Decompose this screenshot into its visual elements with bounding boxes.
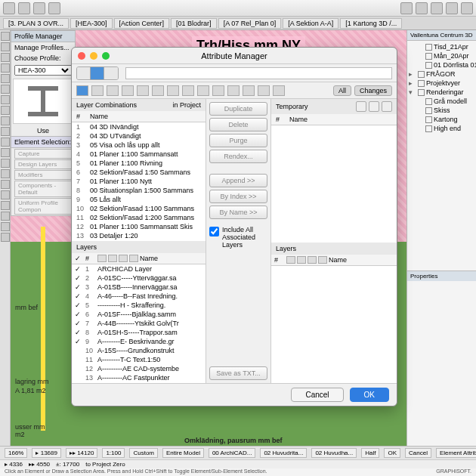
tool-icon[interactable] [431, 2, 443, 14]
col-name[interactable]: Name [329, 256, 347, 264]
layer-list[interactable]: ✓1ARCHICAD Layer✓2A-01SC-----Ytterväggar… [72, 264, 206, 383]
layer-row[interactable]: ✓6A-01SF-----Bjälklag.samm [72, 310, 206, 319]
palette-tool[interactable] [1, 85, 10, 94]
delete-button[interactable]: Delete [209, 118, 267, 131]
layer-row[interactable]: ✓2A-01SC-----Ytterväggar.sa [72, 274, 206, 283]
attr-type-icon[interactable] [122, 85, 134, 96]
wireframe-icon[interactable] [119, 255, 128, 262]
layer-combo-row[interactable]: 602 Sektion/Fasad 1:50 Sammans [72, 168, 206, 177]
col-num[interactable]: # [76, 113, 90, 120]
tool-icon[interactable] [446, 2, 458, 14]
all-filter[interactable]: All [333, 85, 351, 96]
elem-attr-label[interactable]: Element Attribut [436, 448, 476, 458]
cancel-button[interactable]: Cancel [405, 448, 431, 458]
tree-node[interactable]: Skiss [407, 106, 476, 115]
tree-node[interactable]: Mån_20Apr [407, 51, 476, 60]
palette-tool[interactable] [1, 32, 10, 41]
eye-icon[interactable] [108, 255, 117, 262]
tool-icon[interactable] [400, 2, 413, 14]
by-index-button[interactable]: By Index >> [209, 190, 267, 203]
close-icon[interactable] [78, 52, 85, 60]
include-all-checkbox[interactable]: Include All Associated Layers [209, 226, 267, 249]
tree-node[interactable]: Tisd_21Apr [407, 42, 476, 51]
attr-type-icon[interactable] [197, 85, 209, 96]
modifiers-row[interactable]: Modifiers [14, 170, 72, 180]
attr-type-icon[interactable] [243, 85, 255, 96]
layer-combo-row[interactable]: 1102 Sektion/Fasad 1:200 Sammans [72, 213, 206, 222]
append-button[interactable]: Append >> [209, 174, 267, 187]
tool-icon[interactable] [3, 2, 15, 14]
layer-combo-row[interactable]: 1201 Planer 1:100 Sammansatt Skis [72, 222, 206, 231]
layer-row[interactable]: 12A---------AE CAD-systembe [72, 364, 206, 373]
attr-type-icon[interactable] [137, 85, 149, 96]
attr-type-icon[interactable] [167, 85, 179, 96]
attr-type-icon[interactable] [212, 85, 224, 96]
attr-type-icon[interactable] [258, 85, 270, 96]
attr-type-icon[interactable] [182, 85, 194, 96]
palette-tool[interactable] [1, 127, 10, 136]
doc-tab[interactable]: [3. PLAN 3 OVR... [3, 18, 69, 29]
layer-combo-list[interactable]: 104 3D INvändigt204 3D UTvändigt305 Visa… [72, 122, 206, 241]
palette-tool[interactable] [1, 159, 10, 168]
folder-icon[interactable] [318, 256, 327, 264]
temp-layer-list[interactable] [271, 266, 397, 383]
model-select[interactable]: Entire Model [162, 448, 204, 458]
zoom-icon[interactable] [102, 52, 110, 60]
changes-filter[interactable]: Changes [354, 85, 392, 96]
layer-row[interactable]: ✓8A-01SH-S-----Trappor.sam [72, 328, 206, 337]
layer-combo-select[interactable]: 00 ArchiCAD... [209, 448, 255, 458]
palette-tool[interactable] [1, 233, 10, 242]
layer-combo-row[interactable]: 501 Planer 1:100 Rivning [72, 159, 206, 168]
layer-combo-row[interactable]: 701 Planer 1:100 Nytt [72, 177, 206, 186]
ok-button[interactable]: OK [384, 448, 400, 458]
duplicate-button[interactable]: Duplicate [209, 102, 267, 116]
tree-node[interactable]: ▸Projektvyer [407, 79, 476, 88]
tool-icon[interactable] [33, 2, 45, 14]
layer-combo-select[interactable]: 02 Huvudrita... [260, 448, 307, 458]
palette-tool[interactable] [1, 169, 10, 178]
palette-tool[interactable] [1, 63, 10, 73]
layer-row[interactable]: ✓1ARCHICAD Layer [72, 264, 206, 274]
lock-icon[interactable] [286, 256, 295, 264]
palette-tool[interactable] [1, 138, 10, 147]
ok-button[interactable]: OK [350, 388, 389, 402]
rendex-button[interactable]: Rendex... [209, 150, 267, 163]
cancel-button[interactable]: Cancel [291, 388, 343, 402]
palette-tool[interactable] [1, 212, 10, 221]
layer-row[interactable]: 11A--------T-C Text.1:50 [72, 355, 206, 364]
tool-icon[interactable] [48, 2, 60, 14]
lock-icon[interactable] [97, 255, 107, 262]
palette-tool[interactable] [1, 53, 10, 62]
tree-node[interactable]: ▸FRÅGOR [407, 70, 476, 79]
layer-combo-row[interactable]: 1002 Sektion/Fasad 1:100 Sammans [72, 204, 206, 213]
layer-combo-row[interactable]: 1303 Detaljer 1:20 [72, 231, 206, 240]
palette-tool[interactable] [1, 116, 10, 125]
col-num[interactable]: # [276, 116, 289, 123]
palette-tool[interactable] [1, 222, 10, 231]
mode-segment[interactable] [76, 66, 119, 80]
col-name[interactable]: Name [289, 116, 392, 123]
layer-combo-row[interactable]: 204 3D UTvändigt [72, 131, 206, 141]
tool-icon[interactable] [18, 2, 30, 14]
search-input[interactable] [125, 67, 392, 79]
palette-tool[interactable] [1, 148, 10, 157]
scale-select[interactable]: 1:100 [102, 448, 125, 458]
half-select[interactable]: Half [361, 448, 379, 458]
layer-combo-select[interactable]: 02 Huvudha... [311, 448, 357, 458]
purge-button[interactable]: Purge [209, 134, 267, 147]
layers-type-icon[interactable] [76, 85, 88, 96]
layer-row[interactable]: 10A-15S-----Grundkonstrukt [72, 346, 206, 355]
minimize-icon[interactable] [90, 52, 97, 60]
layer-row[interactable]: ✓7A-44B--------Ytskikt Golv(Tr [72, 319, 206, 328]
palette-tool[interactable] [1, 180, 10, 189]
tree-node[interactable]: High end [407, 124, 476, 133]
custom-select[interactable]: Custom [129, 448, 158, 458]
tree-node[interactable]: ▾Renderingar [407, 88, 476, 97]
col-name[interactable]: Name [140, 255, 158, 262]
temp-combo-list[interactable] [271, 125, 397, 243]
layer-row[interactable]: ✓5----------H - Skraffering. [72, 301, 206, 310]
folder-icon[interactable] [129, 255, 138, 262]
tree-node[interactable]: Kartong [407, 115, 476, 124]
layer-row[interactable]: ✓3A-01SB-----Innerväggar.sa [72, 283, 206, 292]
tool-icon[interactable] [416, 2, 428, 14]
